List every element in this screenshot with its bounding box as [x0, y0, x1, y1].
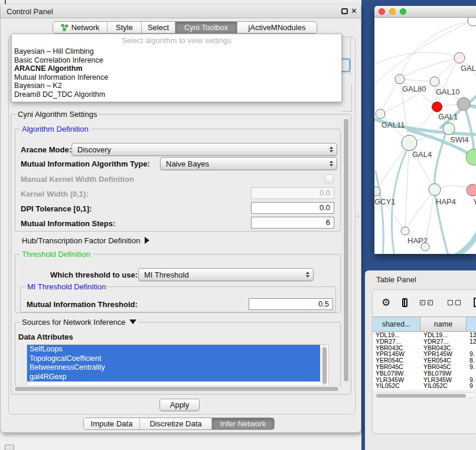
collapse-arrow-icon [129, 319, 136, 324]
data-attribute-item[interactable]: BetweennessCentrality [27, 363, 320, 373]
network-node[interactable] [457, 97, 470, 110]
cell-name: YDR27... [420, 338, 467, 345]
minimized-panel-icon[interactable] [5, 445, 14, 450]
aracne-mode-label: Aracne Mode: [21, 145, 71, 154]
cell-value: 12 [467, 338, 476, 345]
manual-kernel-width-checkbox[interactable] [325, 174, 334, 183]
tab-jactivemnodules[interactable]: jActiveMNodules [237, 22, 317, 33]
close-icon[interactable]: ✕ [351, 6, 357, 15]
control-panel-window: Control Panel ✕ Network Style Select Cyn… [0, 5, 361, 433]
minimize-traffic-light-icon[interactable] [389, 8, 396, 15]
table-row[interactable]: YBR043C YBR043C [373, 345, 476, 351]
network-node[interactable] [454, 53, 465, 63]
control-panel-titlebar: Control Panel [1, 5, 361, 18]
data-attribute-item[interactable]: gal4RGexp [27, 373, 320, 382]
data-attribute-item[interactable]: TopologicalCoefficient [27, 354, 320, 364]
table-row[interactable]: YDL19... YDL19... 13 [373, 332, 476, 338]
algorithm-option[interactable]: Basic Correlation Inference [12, 56, 341, 65]
algorithm-dropdown-popup: Select algorithm to view settings Bayesi… [11, 34, 342, 102]
network-node-label: GAL11 [382, 120, 405, 129]
tab-impute-data[interactable]: Impute Data [84, 418, 140, 429]
tab-select[interactable]: Select [142, 22, 175, 33]
column-header-partial[interactable]: A [467, 317, 476, 331]
hub-definition-toggle[interactable]: Hub/Transcription Factor Definition [22, 236, 149, 245]
panel-resize-handle[interactable]: ‹ [357, 214, 360, 219]
algorithm-option[interactable]: Bayesian – Hill Climbing [12, 47, 341, 56]
kernel-width-field[interactable]: 0.0 [251, 187, 334, 199]
cell-name: YER054C [420, 357, 467, 364]
table-row[interactable]: YPR145W YPR145W 9. [373, 351, 476, 357]
column-header-name[interactable]: name [420, 317, 467, 331]
network-node[interactable] [401, 227, 409, 235]
data-attribute-item[interactable]: SelfLoops [27, 345, 320, 354]
data-attributes-list[interactable]: SelfLoops TopologicalCoefficient Between… [27, 344, 329, 386]
network-node[interactable] [429, 184, 441, 195]
algorithm-option[interactable]: ARACNE Algorithm [12, 64, 341, 73]
settings-horizontal-scrollbar[interactable] [12, 385, 341, 392]
cell-shared-name: YBR045C [373, 364, 420, 370]
network-node[interactable] [430, 77, 439, 86]
tab-network[interactable]: Network [53, 22, 107, 33]
mi-algorithm-type-combo[interactable]: Naive Bayes [160, 157, 337, 170]
table-row[interactable]: YBL079W YBL079W [373, 370, 476, 377]
settings-vertical-scrollbar[interactable] [342, 116, 350, 384]
dpi-tolerance-label: DPI Tolerance [0,1]: [21, 204, 92, 213]
mi-threshold-field[interactable]: 0.5 [249, 298, 333, 310]
table-row[interactable]: YBR045C YBR045C 9. [373, 364, 476, 370]
cell-value: 8. [467, 357, 476, 364]
algorithm-option[interactable]: Bayesian – K2 [12, 81, 341, 90]
mi-steps-field[interactable]: 6 [251, 217, 334, 229]
network-canvas[interactable]: GALGAL80GAL10GAL1GAL11SWI4GAL4GCY1HAP4YH… [374, 18, 476, 254]
deselect-all-checkboxes-icon[interactable] [448, 300, 463, 305]
network-node[interactable] [421, 243, 429, 251]
network-node[interactable] [468, 18, 476, 26]
mi-steps-label: Mutual Information Steps: [21, 219, 115, 228]
tab-infer-network[interactable]: Infer Network [212, 418, 274, 429]
gear-icon[interactable]: ⚙ [382, 296, 390, 309]
algorithm-option[interactable]: Dream8 DC_TDC Algorithm [12, 90, 341, 99]
network-node[interactable] [467, 184, 476, 196]
aracne-mode-combo[interactable]: Discovery [71, 143, 337, 156]
hidden-groupbox-edge [342, 111, 352, 112]
table-horizontal-scrollbar[interactable] [374, 392, 476, 398]
dpi-tolerance-field[interactable]: 0.0 [251, 202, 334, 214]
column-header-shared-name[interactable]: shared... [373, 317, 420, 331]
stepper-arrows-icon [330, 158, 333, 169]
table-row[interactable]: YDR27... YDR27... 12 [373, 338, 476, 345]
algorithm-option[interactable]: Mutual Information Inference [12, 73, 341, 82]
restore-icon[interactable] [341, 8, 348, 14]
zoom-traffic-light-icon[interactable] [400, 8, 406, 15]
columns-icon[interactable] [402, 298, 407, 307]
network-node[interactable] [443, 123, 455, 135]
which-threshold-combo[interactable]: MI Threshold [138, 268, 314, 281]
apply-button[interactable]: Apply [159, 399, 200, 411]
cell-shared-name: YLR345W [373, 377, 420, 383]
settings-group-title: Cyni Algorithm Settings [16, 110, 99, 119]
tab-cyni-toolbox[interactable]: Cyni Toolbox [175, 22, 237, 33]
stepper-arrows-icon [330, 144, 333, 155]
network-node[interactable] [376, 109, 385, 119]
network-node[interactable] [395, 74, 405, 84]
table-row[interactable]: YER054C YER054C 8. [373, 357, 476, 364]
close-traffic-light-icon[interactable] [379, 8, 385, 15]
cell-shared-name: YPR145W [373, 351, 420, 357]
network-node[interactable] [402, 135, 417, 151]
network-window-titlebar [374, 6, 476, 18]
cell-name: YBR043C [420, 345, 467, 351]
algorithm-dropdown-placeholder: Select algorithm to view settings [12, 34, 341, 47]
table-row[interactable]: YIL052C YIL052C 9 [373, 383, 476, 389]
cell-shared-name: YER054C [373, 357, 420, 364]
table-row[interactable]: YLR345W YLR345W 9. [373, 377, 476, 383]
data-attributes-label: Data Attributes [18, 332, 73, 341]
control-panel-tabbar: Network Style Select Cyni Toolbox jActiv… [53, 21, 317, 34]
tab-style[interactable]: Style [107, 22, 142, 33]
select-all-checkboxes-icon[interactable]: ✓✓ [420, 300, 435, 305]
tab-infer-network-label: Infer Network [220, 419, 266, 428]
sources-group-title[interactable]: Sources for Network Inference [20, 318, 138, 327]
tab-discretize-data[interactable]: Discretize Data [140, 418, 212, 429]
new-table-icon[interactable] [474, 298, 476, 307]
cell-value [467, 370, 476, 377]
stepper-arrows-icon [306, 269, 309, 281]
attribute-list-scrollbar[interactable] [321, 345, 327, 385]
network-node[interactable] [432, 102, 442, 112]
